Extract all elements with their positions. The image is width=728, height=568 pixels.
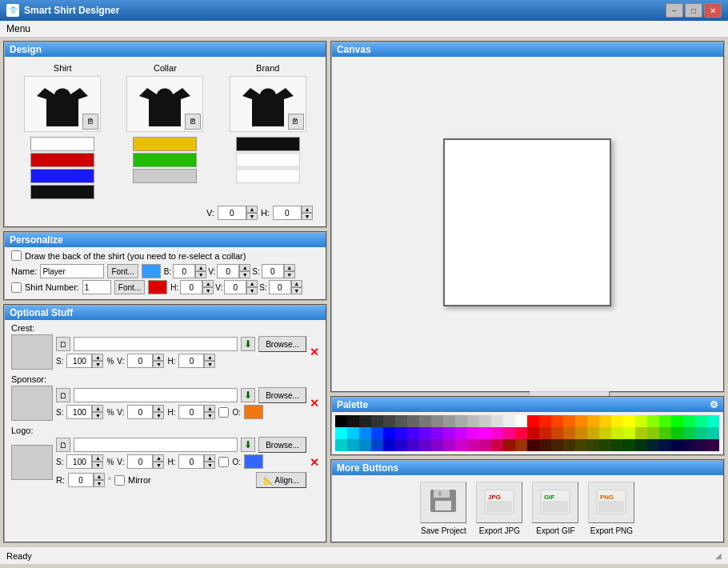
palette-color-cell[interactable]	[599, 439, 611, 451]
crest-h-input[interactable]	[178, 354, 204, 368]
palette-color-cell[interactable]	[659, 427, 671, 439]
palette-color-cell[interactable]	[515, 439, 527, 451]
sponsor-arrow-button[interactable]: ⬇	[241, 388, 255, 402]
palette-color-cell[interactable]	[683, 415, 695, 427]
palette-color-cell[interactable]	[443, 415, 455, 427]
palette-color-cell[interactable]	[467, 427, 479, 439]
logo-r-input[interactable]	[68, 473, 94, 487]
shirt-preview[interactable]: 🖹	[24, 76, 101, 132]
palette-color-cell[interactable]	[359, 439, 371, 451]
crest-s-input[interactable]	[66, 354, 92, 368]
logo-h-input[interactable]	[178, 454, 204, 469]
palette-color-cell[interactable]	[335, 415, 347, 427]
palette-color-cell[interactable]	[527, 439, 539, 451]
palette-color-cell[interactable]	[563, 415, 575, 427]
palette-color-cell[interactable]	[479, 427, 491, 439]
palette-color-cell[interactable]	[335, 439, 347, 451]
sponsor-browse-button[interactable]: Browse...	[258, 387, 306, 403]
palette-color-cell[interactable]	[395, 415, 407, 427]
palette-color-cell[interactable]	[599, 415, 611, 427]
b-up[interactable]: ▲	[195, 264, 206, 271]
palette-color-cell[interactable]	[623, 427, 635, 439]
palette-color-cell[interactable]	[419, 415, 431, 427]
minimize-button[interactable]: −	[666, 3, 683, 18]
palette-color-cell[interactable]	[695, 427, 707, 439]
logo-o-color[interactable]	[244, 454, 263, 469]
mirror-checkbox[interactable]	[114, 475, 125, 486]
v-input[interactable]	[218, 206, 246, 220]
sponsor-remove-button[interactable]: ✕	[310, 397, 319, 410]
palette-color-cell[interactable]	[479, 415, 491, 427]
sponsor-o-color[interactable]	[244, 405, 263, 419]
palette-color-cell[interactable]	[383, 427, 395, 439]
palette-color-cell[interactable]	[491, 415, 503, 427]
v-down[interactable]: ▼	[246, 213, 258, 220]
h-up[interactable]: ▲	[302, 206, 313, 213]
palette-color-cell[interactable]	[335, 427, 347, 439]
save-project-button[interactable]: Save Project	[420, 482, 466, 535]
brand-swatch-1[interactable]	[236, 153, 300, 167]
sponsor-h-input[interactable]	[178, 405, 204, 419]
logo-o-checkbox[interactable]	[218, 457, 229, 467]
palette-color-cell[interactable]	[455, 439, 467, 451]
logo-path-input[interactable]	[74, 438, 238, 452]
palette-color-cell[interactable]	[431, 427, 443, 439]
crest-remove-button[interactable]: ✕	[310, 346, 319, 358]
palette-color-cell[interactable]	[623, 439, 635, 451]
palette-color-cell[interactable]	[659, 415, 671, 427]
palette-color-cell[interactable]	[347, 427, 359, 439]
crest-v-input[interactable]	[127, 354, 153, 368]
palette-color-cell[interactable]	[623, 415, 635, 427]
export-gif-button[interactable]: GIF Export GIF	[532, 482, 578, 535]
palette-color-cell[interactable]	[503, 415, 515, 427]
palette-color-cell[interactable]	[635, 439, 647, 451]
palette-color-cell[interactable]	[407, 427, 419, 439]
export-jpg-button[interactable]: JPG Export JPG	[476, 482, 522, 535]
brand-swatch-2[interactable]	[236, 169, 300, 183]
canvas-area[interactable]	[443, 138, 611, 306]
palette-color-cell[interactable]	[551, 439, 563, 451]
collar-browse-button[interactable]: 🖹	[185, 114, 201, 130]
collar-swatch-2[interactable]	[133, 169, 197, 183]
palette-color-cell[interactable]	[395, 427, 407, 439]
number-color-swatch[interactable]	[148, 280, 167, 294]
palette-color-cell[interactable]	[659, 439, 671, 451]
palette-color-cell[interactable]	[359, 415, 371, 427]
palette-color-cell[interactable]	[527, 415, 539, 427]
crest-browse-button[interactable]: Browse...	[258, 336, 306, 352]
palette-color-cell[interactable]	[563, 427, 575, 439]
palette-color-cell[interactable]	[695, 439, 707, 451]
align-button[interactable]: 📐 Align...	[256, 472, 306, 488]
ns-input[interactable]	[262, 264, 284, 278]
palette-color-cell[interactable]	[431, 439, 443, 451]
collar-swatch-0[interactable]	[133, 137, 197, 151]
ns-down[interactable]: ▼	[284, 271, 295, 278]
palette-color-cell[interactable]	[611, 415, 623, 427]
palette-color-cell[interactable]	[455, 427, 467, 439]
palette-color-cell[interactable]	[671, 439, 683, 451]
palette-color-cell[interactable]	[515, 415, 527, 427]
nv-down[interactable]: ▼	[239, 271, 250, 278]
palette-color-cell[interactable]	[563, 439, 575, 451]
brand-swatch-0[interactable]	[236, 137, 300, 151]
palette-color-cell[interactable]	[395, 439, 407, 451]
export-png-button[interactable]: PNG Export PNG	[588, 482, 634, 535]
palette-color-cell[interactable]	[647, 415, 659, 427]
collar-preview[interactable]: 🖹	[126, 76, 203, 132]
sponsor-s-input[interactable]	[66, 405, 92, 419]
menu-item-menu[interactable]: Menu	[6, 23, 30, 34]
logo-s-input[interactable]	[66, 454, 92, 469]
palette-color-cell[interactable]	[647, 427, 659, 439]
palette-color-cell[interactable]	[551, 427, 563, 439]
palette-color-cell[interactable]	[539, 415, 551, 427]
sponsor-path-input[interactable]	[74, 388, 238, 402]
palette-color-cell[interactable]	[383, 415, 395, 427]
palette-color-cell[interactable]	[647, 439, 659, 451]
logo-v-input[interactable]	[127, 454, 153, 469]
palette-color-cell[interactable]	[359, 427, 371, 439]
palette-color-cell[interactable]	[467, 415, 479, 427]
h-spinbox[interactable]: ▲ ▼	[273, 206, 313, 220]
shirt-swatch-2[interactable]	[30, 169, 94, 183]
palette-color-cell[interactable]	[707, 427, 719, 439]
ns2-input[interactable]	[269, 280, 291, 294]
